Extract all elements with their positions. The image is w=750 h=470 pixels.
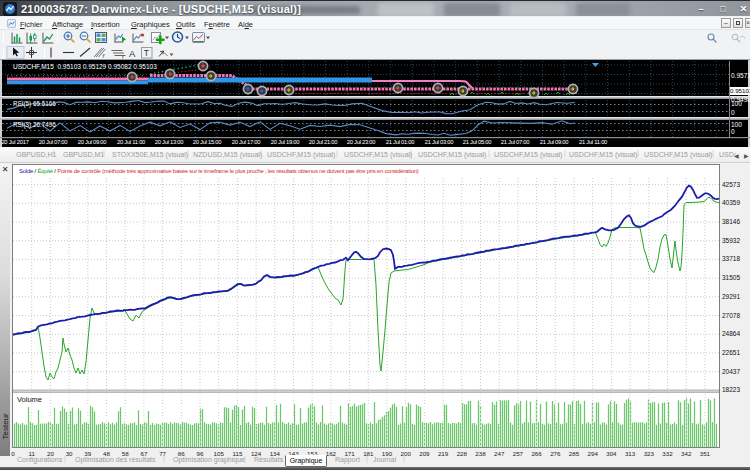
svg-text:A: A bbox=[129, 48, 136, 59]
svg-text:T: T bbox=[144, 48, 149, 58]
svg-text:f: f bbox=[103, 53, 106, 59]
